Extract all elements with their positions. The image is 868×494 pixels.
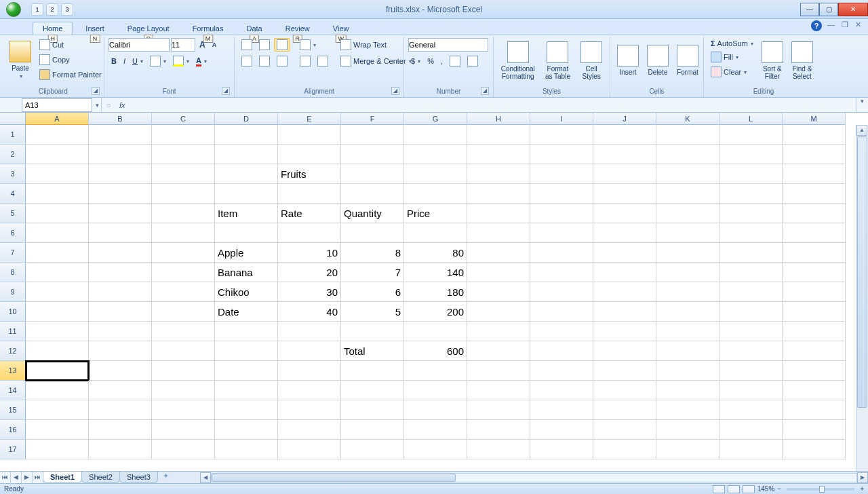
fill-color-button[interactable]: ▾: [170, 54, 192, 68]
cell-C8[interactable]: [152, 263, 215, 282]
cell-I17[interactable]: [530, 440, 593, 459]
cell-B4[interactable]: [89, 184, 152, 204]
cell-K2[interactable]: [656, 145, 719, 164]
cell-D1[interactable]: [215, 125, 278, 145]
cell-C1[interactable]: [152, 125, 215, 145]
cell-C7[interactable]: [152, 243, 215, 263]
increase-indent-button[interactable]: [315, 54, 331, 68]
formula-input[interactable]: [130, 98, 856, 112]
cell-C9[interactable]: [152, 282, 215, 302]
cell-E7[interactable]: 10: [278, 243, 341, 263]
cell-B15[interactable]: [89, 400, 152, 420]
accounting-button[interactable]: $▾: [408, 56, 423, 66]
cell-L14[interactable]: [719, 381, 783, 400]
cell-F7[interactable]: 8: [341, 243, 404, 263]
percent-button[interactable]: %: [425, 56, 437, 66]
align-middle-button[interactable]: [256, 38, 273, 52]
cell-H10[interactable]: [467, 302, 530, 322]
cell-G5[interactable]: Price: [404, 204, 467, 223]
cell-L10[interactable]: [719, 302, 783, 322]
column-header[interactable]: B: [89, 113, 152, 125]
cell-C10[interactable]: [152, 302, 215, 322]
cell-L17[interactable]: [719, 440, 783, 459]
tab-insert[interactable]: InsertN: [75, 22, 115, 35]
cell-G2[interactable]: [404, 145, 467, 164]
cell-H16[interactable]: [467, 420, 530, 440]
cell-E17[interactable]: [278, 440, 341, 459]
cell-D10[interactable]: Date: [215, 302, 278, 322]
sheet-nav-prev[interactable]: ◀: [11, 472, 22, 483]
cell-H4[interactable]: [467, 184, 530, 204]
cell-A6[interactable]: [26, 223, 89, 243]
row-header[interactable]: 9: [0, 282, 26, 302]
align-right-button[interactable]: [274, 54, 290, 68]
cell-H14[interactable]: [467, 381, 530, 400]
dialog-launcher-icon[interactable]: ◢: [92, 87, 100, 95]
cell-I5[interactable]: [530, 204, 593, 223]
cell-L9[interactable]: [719, 282, 783, 302]
cell-E12[interactable]: [278, 341, 341, 361]
sheet-nav-next[interactable]: ▶: [22, 472, 33, 483]
row-header[interactable]: 10: [0, 302, 26, 322]
cell-M6[interactable]: [783, 223, 846, 243]
cell-F2[interactable]: [341, 145, 404, 164]
cell-B11[interactable]: [89, 322, 152, 341]
tab-home[interactable]: HomeH: [33, 22, 73, 35]
cell-J9[interactable]: [593, 282, 656, 302]
row-header[interactable]: 17: [0, 440, 26, 459]
cell-I4[interactable]: [530, 184, 593, 204]
cell-G6[interactable]: [404, 223, 467, 243]
row-header[interactable]: 2: [0, 145, 26, 164]
scroll-right-icon[interactable]: ▶: [857, 472, 868, 483]
cell-G7[interactable]: 80: [404, 243, 467, 263]
cell-L15[interactable]: [719, 400, 783, 420]
cell-B17[interactable]: [89, 440, 152, 459]
cell-E3[interactable]: Fruits: [278, 164, 341, 184]
cell-K7[interactable]: [656, 243, 719, 263]
cell-M15[interactable]: [783, 400, 846, 420]
cell-H11[interactable]: [467, 322, 530, 341]
cell-D8[interactable]: Banana: [215, 263, 278, 282]
cell-C2[interactable]: [152, 145, 215, 164]
cell-M16[interactable]: [783, 420, 846, 440]
fill-button[interactable]: Fill▾: [708, 50, 756, 64]
sheet-tab[interactable]: Sheet3: [119, 472, 158, 483]
font-name-combo[interactable]: [108, 38, 170, 52]
cell-H8[interactable]: [467, 263, 530, 282]
cell-J15[interactable]: [593, 400, 656, 420]
cell-E13[interactable]: [278, 361, 341, 381]
cell-K15[interactable]: [656, 400, 719, 420]
qat-button[interactable]: 3: [61, 3, 73, 16]
cell-B6[interactable]: [89, 223, 152, 243]
row-header[interactable]: 16: [0, 420, 26, 440]
cell-H17[interactable]: [467, 440, 530, 459]
wrap-text-button[interactable]: Wrap Text: [338, 38, 414, 52]
name-box[interactable]: [22, 98, 92, 112]
cell-K9[interactable]: [656, 282, 719, 302]
cell-I11[interactable]: [530, 322, 593, 341]
cell-C5[interactable]: [152, 204, 215, 223]
expand-formula-bar[interactable]: ▾: [856, 98, 868, 112]
cell-A2[interactable]: [26, 145, 89, 164]
cell-I1[interactable]: [530, 125, 593, 145]
cell-H12[interactable]: [467, 341, 530, 361]
cell-K3[interactable]: [656, 164, 719, 184]
cell-K10[interactable]: [656, 302, 719, 322]
align-center-button[interactable]: [256, 54, 273, 68]
cell-F4[interactable]: [341, 184, 404, 204]
cell-H5[interactable]: [467, 204, 530, 223]
align-bottom-button[interactable]: [274, 38, 290, 52]
row-header[interactable]: 3: [0, 164, 26, 184]
row-header[interactable]: 14: [0, 381, 26, 400]
cell-D15[interactable]: [215, 400, 278, 420]
cell-K5[interactable]: [656, 204, 719, 223]
cell-I16[interactable]: [530, 420, 593, 440]
mdi-minimize[interactable]: —: [826, 20, 836, 31]
hscroll-thumb[interactable]: [212, 474, 456, 482]
tab-page-layout[interactable]: Page LayoutP: [117, 22, 180, 35]
maximize-button[interactable]: ▢: [819, 3, 838, 16]
scroll-left-icon[interactable]: ◀: [200, 472, 211, 483]
cell-B12[interactable]: [89, 341, 152, 361]
qat-button[interactable]: 1: [31, 3, 43, 16]
cell-J3[interactable]: [593, 164, 656, 184]
